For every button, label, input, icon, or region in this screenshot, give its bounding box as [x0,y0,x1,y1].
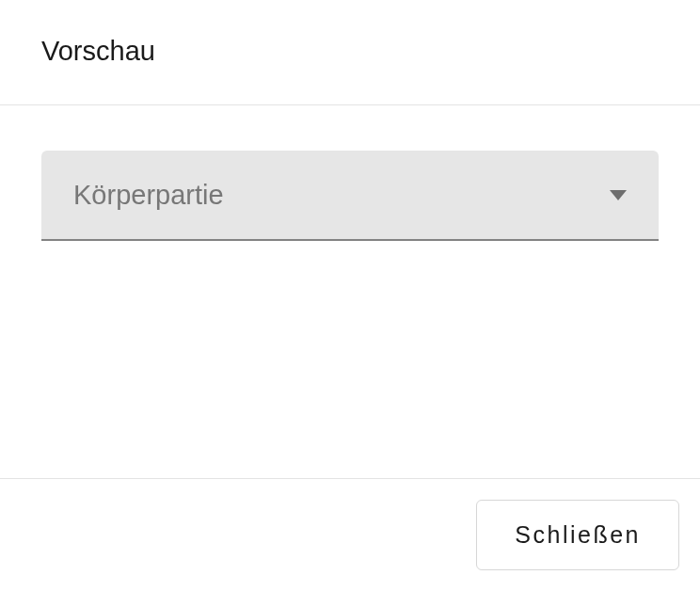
page-title: Vorschau [41,36,659,67]
dialog-header: Vorschau [0,0,700,105]
dialog-content: Körperpartie [0,105,700,478]
select-placeholder: Körperpartie [73,180,224,211]
chevron-down-icon [610,190,627,200]
body-part-select[interactable]: Körperpartie [41,151,659,241]
dialog-footer: Schließen [0,478,700,591]
close-button[interactable]: Schließen [476,500,679,570]
